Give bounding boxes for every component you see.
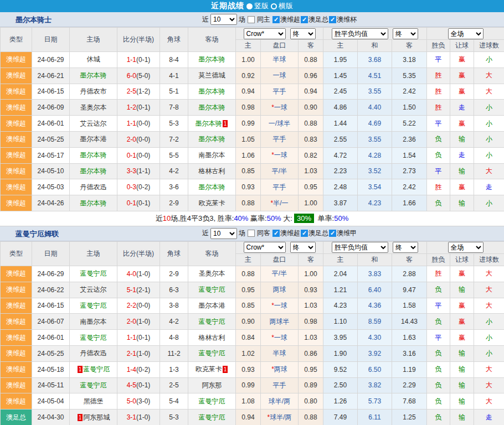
- table-row: 澳维超24-05-04黑德堡5-0(3-0)5-4蓝曼宁厄1.08球半/两0.8…: [1, 393, 504, 410]
- odds-company-select[interactable]: Crow*: [244, 28, 286, 39]
- mean-home-cell: 7.49: [323, 410, 358, 425]
- mean-home-cell: 1.45: [323, 68, 358, 84]
- recent-count-select[interactable]: 10: [210, 228, 237, 239]
- recent-count-select[interactable]: 10: [210, 14, 237, 25]
- mean-draw-cell: 5.73: [358, 393, 392, 410]
- handicap-cell: 平手: [261, 377, 299, 393]
- home-team-cell: 蓝曼宁厄: [70, 330, 117, 346]
- league-checkbox-1[interactable]: [272, 230, 280, 237]
- handicap-cell: 球半/两: [261, 393, 299, 410]
- away-odds-cell: 0.94: [299, 84, 323, 100]
- result-goals-cell: 小: [474, 100, 504, 116]
- away-odds-cell: 0.88: [299, 410, 323, 425]
- mean-stage-select[interactable]: 终: [393, 242, 418, 253]
- league-cell: 澳维超: [1, 131, 32, 147]
- away-team-cell: 墨尔本骑: [188, 52, 236, 68]
- col-header-handicap: 盘口: [261, 40, 299, 52]
- table-row: 澳维超24-06-07南墨尔本2-0(1-0)4-2蓝曼宁厄0.90两球半0.9…: [1, 314, 504, 330]
- mean-home-cell: 1.21: [323, 282, 358, 298]
- near-label: 近: [202, 229, 209, 238]
- result-handicap-cell: 赢: [450, 179, 474, 195]
- home-odds-cell: 0.88: [236, 195, 261, 211]
- same-home-label: 同主: [257, 15, 270, 24]
- league-checkbox-2[interactable]: [301, 230, 308, 237]
- mean-draw-cell: 3.55: [358, 131, 392, 147]
- fullmatch-select[interactable]: 全场: [448, 242, 484, 253]
- mean-stage-select[interactable]: 终: [393, 28, 418, 39]
- team-link: 莫兰德城: [199, 71, 225, 79]
- league-label-3: 澳维甲: [337, 229, 357, 238]
- mean-home-cell: 1.90: [323, 345, 358, 361]
- corners-cell: 7-8: [160, 100, 188, 116]
- red-badge: 1: [78, 414, 83, 421]
- date-cell: 24-05-04: [32, 393, 70, 410]
- date-cell: 24-05-03: [32, 179, 70, 195]
- home-odds-cell: 1.06: [236, 147, 261, 163]
- away-odds-cell: 0.95: [299, 179, 323, 195]
- handicap-cell: *半/一: [261, 195, 299, 211]
- handicap-cell: 半球: [261, 52, 299, 68]
- league-label-2: 澳足总: [308, 15, 328, 24]
- result-goals-cell: 大: [474, 163, 504, 179]
- fullmatch-select[interactable]: 全场: [448, 28, 484, 39]
- odds-company-select[interactable]: Crow*: [244, 242, 286, 253]
- team-link: 丹德农市: [80, 87, 107, 95]
- same-away-checkbox[interactable]: [248, 230, 255, 237]
- team-link: 欧克莱卡: [196, 365, 222, 373]
- away-team-cell: 圣奥尔本: [188, 266, 236, 282]
- mean-group-header: 胜平负均值 终: [323, 241, 427, 253]
- league-cell: 澳维超: [1, 393, 32, 410]
- table-row: 澳维超24-05-11蓝曼宁厄4-5(0-1)2-5阿东那0.99平手0.892…: [1, 377, 504, 393]
- league-checkbox-1[interactable]: [272, 16, 280, 23]
- result-goals-cell: 小: [474, 314, 504, 330]
- same-home-checkbox[interactable]: [248, 16, 255, 23]
- result-goals-cell: 小: [474, 345, 504, 361]
- odds-stage-select[interactable]: 终: [290, 242, 316, 253]
- mean-draw-cell: 3.55: [358, 84, 392, 100]
- result-goals-cell: 大: [474, 282, 504, 298]
- horizontal-layout-radio[interactable]: [271, 3, 277, 9]
- filter-bar: 近 10 场 同主 澳维超 澳足总 澳维杯: [200, 14, 357, 25]
- league-cell: 澳维超: [1, 345, 32, 361]
- result-goals-cell: 小: [474, 116, 504, 132]
- home-odds-cell: 0.92: [236, 68, 261, 84]
- league-cell: 澳维超: [1, 266, 32, 282]
- team-link: 墨尔本骑: [80, 199, 107, 207]
- section-header-1: 墨尔本骑士 近 10 场 同主 澳维超 澳足总 澳维杯: [0, 12, 504, 27]
- date-cell: 24-06-01: [32, 330, 70, 346]
- league-checkbox-3[interactable]: [329, 230, 336, 237]
- vertical-layout-radio[interactable]: [246, 3, 253, 9]
- date-cell: 24-05-25: [32, 345, 70, 361]
- score-cell: 2-0(1-0): [117, 314, 160, 330]
- league-cell: 澳维超: [1, 52, 32, 68]
- mean-draw-cell: 4.23: [358, 195, 392, 211]
- home-team-cell: 墨尔本骑: [70, 68, 117, 84]
- filter-bar: 近 10 场 同客 澳维超 澳足总 澳维甲: [200, 228, 357, 239]
- odds-stage-select[interactable]: 终: [290, 28, 316, 39]
- mean-odds-select[interactable]: 胜平负均值: [332, 242, 388, 253]
- league-label-1: 澳维超: [280, 15, 300, 24]
- mean-draw-cell: 3.83: [358, 266, 392, 282]
- home-team-cell: 墨尔本骑: [70, 163, 117, 179]
- result-goals-cell: 大: [474, 361, 504, 377]
- corners-cell: 3-6: [160, 179, 188, 195]
- mean-away-cell: 3.16: [392, 345, 427, 361]
- mean-odds-select[interactable]: 胜平负均值: [332, 28, 388, 39]
- home-odds-cell: 0.93: [236, 361, 261, 377]
- team-link: 南墨尔本: [80, 318, 107, 325]
- home-odds-cell: 0.99: [236, 377, 261, 393]
- league-checkbox-3[interactable]: [329, 16, 336, 23]
- table-row: 澳维超24-05-181蓝曼宁厄1-4(0-2)1-3欧克莱卡10.93*两球0…: [1, 361, 504, 377]
- away-team-cell: 欧克莱卡1: [188, 361, 236, 377]
- mean-away-cell: 1.19: [392, 361, 427, 377]
- team-link: 蓝曼宁厄: [80, 269, 107, 277]
- score-cell: 1-1(0-1): [117, 52, 160, 68]
- games-label: 场: [239, 15, 245, 24]
- mean-away-cell: 5.35: [392, 68, 427, 84]
- date-cell: 24-04-26: [32, 195, 70, 211]
- section-header-2: 蓝曼宁厄姆联 近 10 场 同客 澳维超 澳足总 澳维甲: [0, 226, 504, 241]
- home-odds-cell: 1.02: [236, 345, 261, 361]
- date-cell: 24-05-11: [32, 377, 70, 393]
- league-checkbox-2[interactable]: [301, 16, 308, 23]
- corners-cell: 4-8: [160, 330, 188, 346]
